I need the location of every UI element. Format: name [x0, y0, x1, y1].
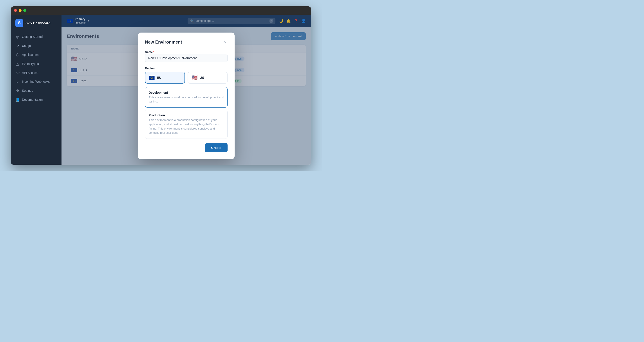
- svg-point-1: [70, 20, 70, 20]
- sidebar-item-label: Applications: [22, 53, 39, 57]
- sidebar-item-label: Getting Started: [22, 35, 42, 39]
- svg-point-44: [152, 78, 153, 78]
- modal-title: New Environment: [145, 40, 182, 45]
- theme-icon[interactable]: 🌙: [279, 19, 283, 23]
- modal-close-button[interactable]: ✕: [222, 40, 228, 44]
- logo-icon: S: [16, 19, 23, 27]
- sidebar-item-usage[interactable]: ↗ Usage: [11, 41, 62, 50]
- env-sub: Production: [75, 21, 86, 24]
- help-icon[interactable]: ❓: [294, 19, 298, 23]
- env-type-desc: This environment is a production configu…: [149, 118, 224, 135]
- svg-point-46: [152, 78, 152, 79]
- create-button[interactable]: Create: [205, 143, 228, 152]
- top-nav: Primary Production ▾ 🔍 / 🌙 🔔 ❓ 👤: [62, 15, 311, 27]
- modal-footer: Create: [145, 143, 228, 152]
- user-icon[interactable]: 👤: [301, 19, 306, 23]
- svg-point-45: [152, 78, 152, 79]
- region-eu-label: EU: [157, 76, 162, 79]
- page-content: Environments + New Environment NAME TAG …: [62, 27, 311, 165]
- env-type-production[interactable]: Production This environment is a product…: [145, 110, 228, 139]
- sidebar-item-getting-started[interactable]: ◎ Getting Started: [11, 32, 62, 41]
- region-eu-button[interactable]: EU: [145, 72, 185, 84]
- logo-text: Svix Dashboard: [26, 21, 50, 25]
- docs-icon: 📘: [16, 98, 20, 102]
- sidebar-item-label: Event Types: [22, 62, 39, 66]
- sidebar-item-label: Settings: [22, 89, 33, 92]
- name-field-label: Name*: [145, 50, 154, 54]
- svg-rect-39: [149, 76, 154, 80]
- sidebar-item-documentation[interactable]: 📘 Documentation: [11, 95, 62, 104]
- traffic-lights: [14, 9, 26, 12]
- modal-header: New Environment ✕: [145, 40, 228, 45]
- env-type-desc: This environment should only be used for…: [149, 95, 224, 104]
- sidebar-item-applications[interactable]: ⬡ Applications: [11, 50, 62, 59]
- svg-point-4: [71, 21, 71, 21]
- app-icon: ⬡: [16, 53, 20, 57]
- env-text: Primary Production: [75, 17, 86, 24]
- notifications-icon[interactable]: 🔔: [286, 19, 291, 23]
- svg-point-7: [70, 22, 70, 22]
- svg-point-40: [152, 76, 152, 77]
- svg-point-10: [68, 21, 69, 21]
- sidebar-item-event-types[interactable]: △ Event Types: [11, 59, 62, 68]
- content-area: Primary Production ▾ 🔍 / 🌙 🔔 ❓ 👤: [62, 15, 311, 165]
- webhook-icon: ↙: [16, 80, 20, 84]
- search-input[interactable]: [196, 19, 268, 23]
- env-name: Primary: [75, 17, 86, 21]
- chart-icon: ↗: [16, 44, 20, 48]
- env-type-title: Development: [149, 91, 224, 94]
- sidebar-item-settings[interactable]: ⚙ Settings: [11, 86, 62, 95]
- sidebar-item-label: Documentation: [22, 98, 42, 101]
- modal-overlay: New Environment ✕ Name* Region: [62, 27, 311, 165]
- event-icon: △: [16, 62, 20, 66]
- svg-point-49: [150, 77, 151, 78]
- region-us-label: US: [200, 76, 204, 79]
- us-flag-icon: 🇺🇸: [192, 75, 198, 81]
- env-selector[interactable]: Primary Production ▾: [67, 17, 90, 24]
- required-indicator: *: [153, 50, 154, 54]
- svg-point-41: [152, 77, 152, 77]
- sidebar-item-incoming-webhooks[interactable]: ↙ Incoming Webhooks: [11, 77, 62, 86]
- eu-flag-icon: [149, 76, 155, 80]
- env-type-development[interactable]: Development This environment should only…: [145, 87, 228, 108]
- api-icon: <>: [16, 71, 20, 75]
- sidebar-item-label: Incoming Webhooks: [22, 80, 50, 83]
- region-options: EU 🇺🇸 US: [145, 72, 228, 84]
- keyboard-shortcut: /: [270, 19, 273, 23]
- search-icon: 🔍: [190, 19, 194, 23]
- svg-point-51: [151, 77, 152, 77]
- app-window: S Svix Dashboard ◎ Getting Started ↗ Usa…: [11, 6, 311, 165]
- svg-rect-0: [67, 19, 73, 23]
- compass-icon: ◎: [16, 35, 20, 39]
- settings-icon: ⚙: [16, 89, 20, 93]
- env-flag-icon: [67, 19, 73, 23]
- sidebar-item-label: API Access: [22, 71, 38, 75]
- svg-point-50: [151, 77, 151, 77]
- svg-point-47: [151, 78, 152, 79]
- region-us-button[interactable]: 🇺🇸 US: [188, 72, 228, 84]
- search-bar[interactable]: 🔍 /: [188, 18, 276, 24]
- new-environment-modal: New Environment ✕ Name* Region: [138, 33, 234, 159]
- minimize-button[interactable]: [19, 9, 22, 12]
- app-body: S Svix Dashboard ◎ Getting Started ↗ Usa…: [11, 15, 311, 165]
- region-section: Region: [145, 67, 228, 84]
- svg-point-43: [152, 77, 153, 78]
- fullscreen-button[interactable]: [23, 9, 26, 12]
- chevron-down-icon: ▾: [88, 19, 90, 23]
- svg-point-48: [151, 78, 151, 78]
- sidebar-item-label: Usage: [22, 44, 31, 48]
- sidebar: S Svix Dashboard ◎ Getting Started ↗ Usa…: [11, 15, 62, 165]
- sidebar-logo: S Svix Dashboard: [11, 19, 62, 32]
- sidebar-item-api-access[interactable]: <> API Access: [11, 68, 62, 77]
- title-bar: [11, 6, 311, 15]
- nav-icons: 🌙 🔔 ❓ 👤: [279, 19, 306, 23]
- close-button[interactable]: [14, 9, 17, 12]
- region-label: Region: [145, 67, 228, 70]
- svg-point-42: [152, 77, 153, 77]
- env-type-title: Production: [149, 113, 224, 117]
- name-input[interactable]: [145, 54, 228, 62]
